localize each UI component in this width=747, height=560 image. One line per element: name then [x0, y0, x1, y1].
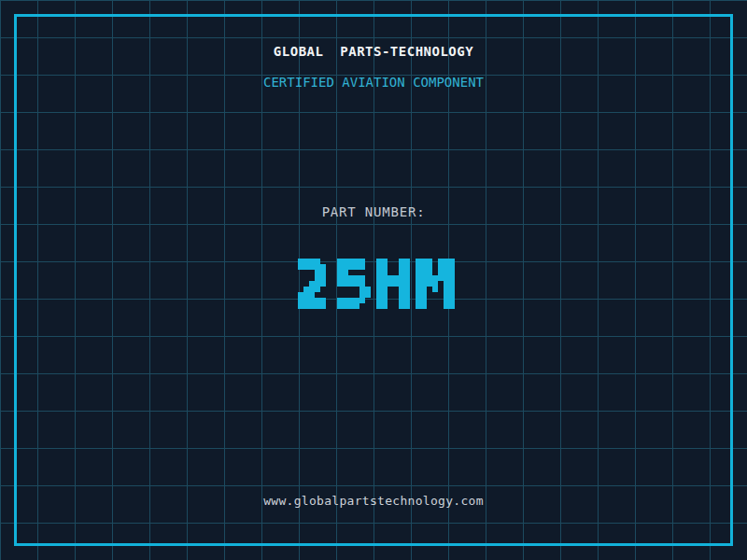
- website-url: www.globalpartstechnology.com: [0, 495, 747, 509]
- part-number-display: [287, 247, 460, 326]
- page-title: GLOBAL PARTS-TECHNOLOGY: [0, 44, 747, 59]
- part-number-label: PART NUMBER:: [0, 204, 747, 219]
- label-screen: GLOBAL PARTS-TECHNOLOGY CERTIFIED AVIATI…: [0, 0, 747, 560]
- page-subtitle: CERTIFIED AVIATION COMPONENT: [0, 75, 747, 90]
